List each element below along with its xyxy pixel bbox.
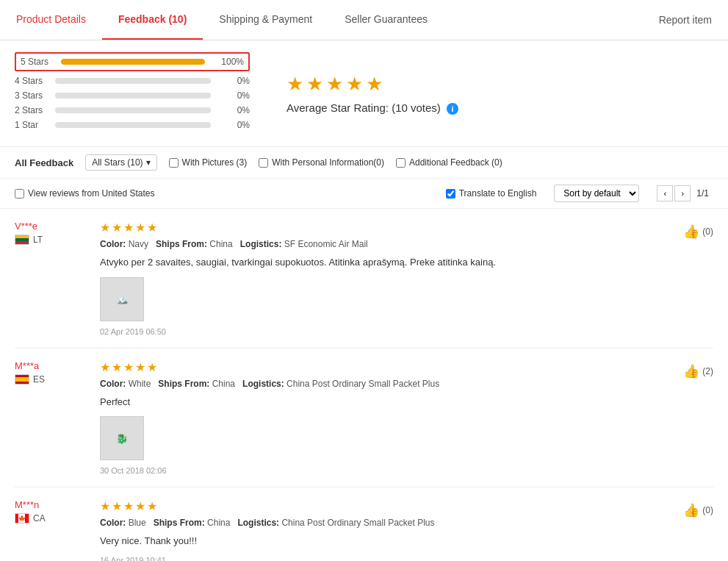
ships-from-label: Ships From: [156,239,207,249]
review-star-icon: ★ [135,499,145,513]
review-meta: Color: White Ships From: China Logistics… [100,379,657,389]
avg-stars-display: ★★★★★ [286,73,458,96]
bar-pct: 0% [217,120,250,130]
bar-track [55,107,211,113]
reviewer-country-label: CA [33,513,46,524]
review-image[interactable]: 🏔️ [100,277,144,321]
thumbs-up-icon: 👍 [683,502,699,518]
reviewer-col: V***e LT [15,221,88,336]
review-star-icon: ★ [135,360,145,374]
star-label: 1 Star [15,120,55,130]
translate-filter[interactable]: Translate to English [446,188,537,199]
review-text: Very nice. Thank you!!! [100,534,657,549]
review-content: ★★★★★ Color: Navy Ships From: China Logi… [100,221,657,336]
reviewer-country-label: LT [33,235,43,245]
bar-fill [61,59,205,65]
review-actions: 👍 (2) [669,360,713,476]
tab-feedback[interactable]: Feedback (10) [102,0,203,40]
reviewer-name[interactable]: V***e [15,221,88,232]
report-item-link[interactable]: Report item [643,1,728,39]
like-count: (2) [702,366,713,376]
prev-page-button[interactable]: ‹ [657,185,673,201]
review-item: M***a ES ★★★★★ Color: White Ships From: … [15,349,713,488]
all-stars-select[interactable]: All Stars (10) ▾ [85,154,156,171]
reviewer-name[interactable]: M***a [15,360,88,371]
review-image[interactable]: 🐉 [100,416,144,460]
avg-star-icon: ★ [346,73,363,96]
with-pictures-checkbox[interactable] [169,158,179,168]
sort-select[interactable]: Sort by default [554,185,639,202]
review-actions: 👍 (0) [669,221,713,336]
next-page-button[interactable]: › [674,185,691,201]
logistics-label: Logistics: [237,518,279,528]
color-label: Color: [100,379,126,389]
review-meta: Color: Blue Ships From: China Logistics:… [100,518,657,528]
avg-star-icon: ★ [326,73,343,96]
reviewer-col: M***n 🍁 CA [15,499,88,561]
reviewer-country-label: ES [33,374,45,385]
view-us-checkbox[interactable] [15,189,24,199]
view-us-filter[interactable]: View reviews from United States [15,188,155,199]
with-personal-checkbox[interactable] [259,158,268,168]
star-bar-row: 2 Stars 0% [15,105,250,115]
review-star-icon: ★ [147,221,157,235]
flag-ca-icon: 🍁 [15,513,29,524]
review-star-icon: ★ [100,360,110,374]
bar-pct: 0% [217,105,250,115]
bar-pct: 100% [211,57,244,67]
avg-rating-label: Average Star Rating: (10 votes) i [286,101,458,115]
info-icon[interactable]: i [447,103,458,115]
star-bar-row: 4 Stars 0% [15,76,250,86]
avg-section: ★★★★★ Average Star Rating: (10 votes) i [272,52,458,135]
reviewer-name[interactable]: M***n [15,499,88,510]
star-label: 2 Stars [15,105,55,115]
reviewer-country: 🍁 CA [15,513,88,524]
review-star-icon: ★ [112,221,122,235]
tabs-bar: Product Details Feedback (10) Shipping &… [0,0,728,40]
review-stars: ★★★★★ [100,360,657,374]
like-count: (0) [702,226,713,237]
all-feedback-label: All Feedback [15,157,73,168]
with-personal-filter[interactable]: With Personal Information(0) [259,157,384,168]
logistics-label: Logistics: [240,239,282,249]
additional-feedback-checkbox[interactable] [396,158,406,168]
like-count: (0) [702,505,713,515]
review-star-icon: ★ [100,499,110,513]
with-pictures-filter[interactable]: With Pictures (3) [169,157,248,168]
tab-product-details[interactable]: Product Details [0,0,102,40]
review-star-icon: ★ [123,221,134,235]
translate-checkbox[interactable] [446,189,455,199]
review-item: M***n 🍁 CA ★★★★★ Color: Blue Ships From:… [15,487,713,561]
like-button[interactable]: 👍 (2) [683,363,713,379]
avg-star-icon: ★ [286,73,303,96]
like-button[interactable]: 👍 (0) [683,224,713,240]
thumbs-up-icon: 👍 [683,224,699,240]
color-label: Color: [100,518,126,528]
star-bar-row: 1 Star 0% [15,120,250,130]
star-bar-row: 3 Stars 0% [15,90,250,101]
review-star-icon: ★ [147,360,157,374]
chevron-down-icon: ▾ [146,157,151,168]
reviewer-col: M***a ES [15,360,88,476]
tab-guarantees[interactable]: Seller Guarantees [328,0,444,40]
color-label: Color: [100,239,126,249]
page-nav: ‹ › 1/1 [657,185,713,201]
bar-track [55,93,211,99]
additional-feedback-filter[interactable]: Additional Feedback (0) [396,157,502,168]
bar-pct: 0% [217,76,250,86]
tab-shipping[interactable]: Shipping & Payment [203,0,328,40]
review-stars: ★★★★★ [100,499,657,513]
bar-track [61,59,205,65]
review-star-icon: ★ [112,360,122,374]
review-star-icon: ★ [147,499,157,513]
flag-lt-icon [15,235,29,245]
like-button[interactable]: 👍 (0) [683,502,713,518]
review-star-icon: ★ [112,499,122,513]
review-item: V***e LT ★★★★★ Color: Navy Ships From: C… [15,209,713,349]
star-bars: 5 Stars 100% 4 Stars 0% 3 Stars 0% 2 Sta… [15,52,250,135]
star-label: 4 Stars [15,76,55,86]
review-text: Atvyko per 2 savaites, saugiai, tvarking… [100,255,657,270]
star-label: 5 Stars [21,57,61,67]
review-star-icon: ★ [123,499,134,513]
review-date: 16 Apr 2019 10:41 [100,556,657,562]
